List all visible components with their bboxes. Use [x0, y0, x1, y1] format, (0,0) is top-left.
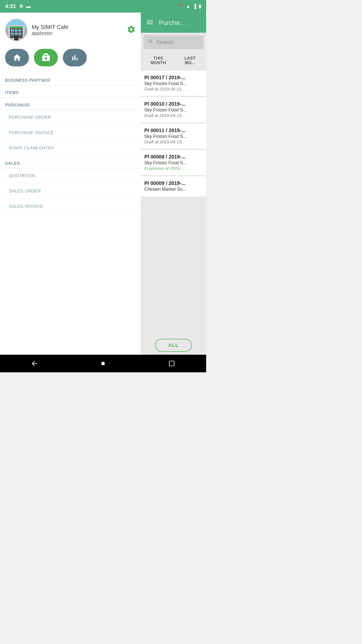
- settings-icon: ⚙: [19, 4, 23, 9]
- status-bar-left: 4:31 ⚙ ▬: [5, 3, 31, 10]
- profile-row: My SIMIT Cafe apptester: [5, 19, 136, 41]
- briefcase-nav-button[interactable]: [34, 49, 58, 66]
- bottom-nav-bar: [0, 355, 206, 372]
- clipboard-icon: ▬: [26, 4, 31, 9]
- invoice-item-0[interactable]: PI 00017 / 2019-... Sky Frozen Food S...…: [141, 71, 206, 96]
- sidebar-item-purchase-invoice[interactable]: PURCHASE INVOICE: [0, 125, 141, 141]
- svg-rect-6: [15, 29, 17, 31]
- invoice-id-0: PI 00017 / 2019-...: [144, 75, 203, 80]
- svg-rect-4: [10, 26, 23, 28]
- svg-rect-5: [11, 29, 14, 31]
- profile-subtitle: apptester: [32, 30, 68, 36]
- hamburger-icon[interactable]: [146, 18, 154, 27]
- nav-icons-row: [5, 49, 136, 69]
- location-icon: 📍: [178, 4, 183, 9]
- sidebar-item-items[interactable]: ITEMS: [0, 85, 141, 97]
- invoice-list: PI 00017 / 2019-... Sky Frozen Food S...…: [141, 70, 206, 336]
- invoice-id-3: PI 00008 / 2019-...: [144, 154, 203, 160]
- menu-list: BUSINESS PARTNER ITEMS PURCHASE PURCHASE…: [0, 73, 141, 355]
- invoice-vendor-1: Sky Frozen Food S...: [144, 107, 203, 113]
- svg-point-12: [101, 362, 105, 365]
- wifi-icon: ▲: [186, 4, 190, 9]
- invoice-vendor-3: Sky Frozen Food S...: [144, 160, 203, 166]
- svg-rect-10: [18, 32, 21, 35]
- invoice-vendor-2: Sky Frozen Food S...: [144, 134, 203, 139]
- right-panel: Purcha... Search THIS MONTH LAST MO... P…: [141, 13, 206, 355]
- status-bar: 4:31 ⚙ ▬ 📍 ▲ ▐ ▮: [0, 0, 206, 13]
- recents-button[interactable]: [164, 356, 179, 371]
- home-button[interactable]: [96, 356, 111, 371]
- sidebar-item-purchase-order[interactable]: PURCHASE ORDER: [0, 110, 141, 125]
- invoice-item-1[interactable]: PI 00010 / 2019-... Sky Frozen Food S...…: [141, 97, 206, 123]
- battery-icon: ▮: [199, 4, 201, 9]
- invoice-item-4[interactable]: PI 00009 / 2019-... Chicken Market So...: [141, 176, 206, 197]
- svg-rect-13: [169, 361, 174, 366]
- invoice-id-2: PI 00011 / 2019-...: [144, 128, 203, 133]
- invoice-status-1: Draft at 2019-04-19...: [144, 113, 203, 118]
- svg-rect-9: [15, 32, 17, 35]
- search-placeholder: Search: [156, 39, 174, 46]
- search-bar[interactable]: Search: [143, 35, 204, 49]
- settings-gear-icon[interactable]: [127, 25, 136, 35]
- svg-rect-7: [18, 29, 21, 31]
- time-display: 4:31: [5, 3, 16, 10]
- drawer: My SIMIT Cafe apptester: [0, 13, 141, 355]
- sidebar-item-sales-order[interactable]: SALES ORDER: [0, 184, 141, 199]
- home-nav-button[interactable]: [5, 49, 29, 66]
- filter-last-month[interactable]: LAST MO...: [177, 54, 203, 67]
- all-btn-container: ALL: [141, 336, 206, 355]
- invoice-status-2: Draft at 2019-04-19...: [144, 140, 203, 145]
- invoice-vendor-0: Sky Frozen Food S...: [144, 81, 203, 86]
- drawer-header: My SIMIT Cafe apptester: [0, 13, 141, 73]
- svg-rect-8: [11, 32, 14, 35]
- invoice-status-3: In process at 2019-...: [144, 166, 203, 171]
- all-button[interactable]: ALL: [155, 339, 192, 352]
- avatar: [5, 19, 28, 41]
- invoice-id-4: PI 00009 / 2019-...: [144, 180, 203, 186]
- invoice-item-2[interactable]: PI 00011 / 2019-... Sky Frozen Food S...…: [141, 124, 206, 149]
- back-button[interactable]: [27, 356, 42, 371]
- status-bar-right: 📍 ▲ ▐ ▮: [178, 4, 201, 9]
- filter-this-month[interactable]: THIS MONTH: [144, 54, 173, 67]
- right-panel-title: Purcha...: [159, 19, 185, 27]
- right-panel-header: Purcha...: [141, 13, 206, 33]
- invoice-id-1: PI 00010 / 2019-...: [144, 101, 203, 107]
- sidebar-item-sales[interactable]: SALES: [0, 156, 141, 168]
- svg-rect-11: [14, 36, 19, 41]
- invoice-item-3[interactable]: PI 00008 / 2019-... Sky Frozen Food S...…: [141, 150, 206, 175]
- sidebar-item-quotation[interactable]: QUOTATION: [0, 168, 141, 184]
- invoice-vendor-4: Chicken Market So...: [144, 187, 203, 192]
- sidebar-item-sales-invoice[interactable]: SALES INVOICE: [0, 199, 141, 214]
- profile-text: My SIMIT Cafe apptester: [32, 24, 68, 36]
- invoice-status-0: Draft at 2019-06-12...: [144, 87, 203, 92]
- main-container: My SIMIT Cafe apptester: [0, 13, 206, 355]
- profile-name: My SIMIT Cafe: [32, 24, 68, 30]
- search-icon: [148, 39, 153, 46]
- sidebar-item-staff-claim-entry[interactable]: STAFF CLAIM ENTRY: [0, 141, 141, 156]
- sidebar-item-purchase[interactable]: PURCHASE: [0, 98, 141, 110]
- chart-nav-button[interactable]: [63, 49, 87, 66]
- sidebar-item-business-partner[interactable]: BUSINESS PARTNER: [0, 73, 141, 85]
- filter-row: THIS MONTH LAST MO...: [141, 52, 206, 70]
- signal-icon: ▐: [193, 4, 196, 9]
